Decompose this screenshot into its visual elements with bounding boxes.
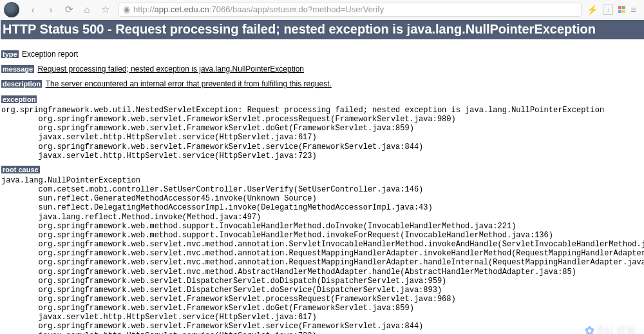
bolt-icon[interactable]: ⚡ xyxy=(587,5,598,15)
forward-button[interactable]: › xyxy=(43,2,59,17)
home-button[interactable]: ⌂ xyxy=(79,2,95,17)
root-cause-label: root cause xyxy=(1,166,40,173)
reload-button[interactable]: ⟳ xyxy=(61,2,77,17)
exception-label: exception xyxy=(1,95,37,103)
description-text: The server encountered an internal error… xyxy=(46,79,332,88)
page-content: HTTP Status 500 - Request processing fai… xyxy=(0,20,644,334)
star-button[interactable]: ☆ xyxy=(97,2,113,17)
url-text: http://app.cet.edu.cn:7066/baas/app/setu… xyxy=(133,5,384,14)
download-icon[interactable]: ↓ xyxy=(603,5,613,15)
url-bar[interactable]: ◉ http://app.cet.edu.cn:7066/baas/app/se… xyxy=(118,3,582,17)
type-text: Exception report xyxy=(22,50,78,59)
type-label: type xyxy=(1,50,19,58)
type-section: type Exception report xyxy=(0,46,644,61)
compass-icon: ◉ xyxy=(123,5,130,14)
root-cause-header: root cause xyxy=(0,165,644,174)
description-section: description The server encountered an in… xyxy=(0,75,644,90)
toolbar-right: ⚡ ↓ ≡ xyxy=(587,4,640,15)
exception-trace: org.springframework.web.util.NestedServl… xyxy=(0,104,644,161)
back-button[interactable]: ‹ xyxy=(24,2,41,17)
avatar[interactable] xyxy=(4,2,19,17)
status-title: HTTP Status 500 - Request processing fai… xyxy=(1,20,644,39)
browser-toolbar: ‹ › ⟳ ⌂ ☆ ◉ http://app.cet.edu.cn:7066/b… xyxy=(0,0,644,19)
apps-icon[interactable] xyxy=(618,6,625,13)
root-cause-trace: java.lang.NullPointerException com.cetse… xyxy=(0,174,644,334)
message-section: message Request processing failed; neste… xyxy=(0,61,644,75)
message-text: Request processing failed; nested except… xyxy=(37,64,304,74)
menu-icon[interactable]: ≡ xyxy=(630,4,636,15)
message-label: message xyxy=(1,65,34,73)
exception-header: exception xyxy=(0,95,644,104)
description-label: description xyxy=(1,80,42,88)
